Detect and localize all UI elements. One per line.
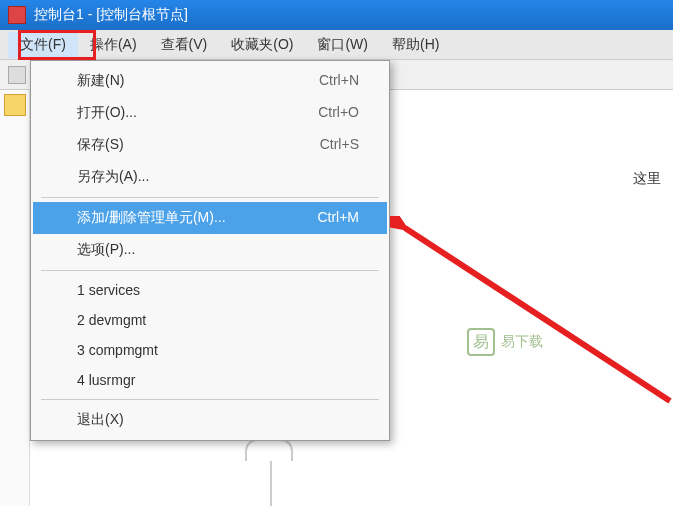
menubar: 文件(F) 操作(A) 查看(V) 收藏夹(O) 窗口(W) 帮助(H) <box>0 30 673 60</box>
watermark: 易 易下载 <box>467 328 543 356</box>
menu-label: 保存(S) <box>77 136 124 154</box>
menu-view[interactable]: 查看(V) <box>149 32 220 58</box>
menu-separator <box>41 270 379 271</box>
menu-item-options[interactable]: 选项(P)... <box>33 234 387 266</box>
menu-item-recent-1[interactable]: 1 services <box>33 275 387 305</box>
menu-item-open[interactable]: 打开(O)... Ctrl+O <box>33 97 387 129</box>
menu-label: 1 services <box>77 282 140 298</box>
menu-item-exit[interactable]: 退出(X) <box>33 404 387 436</box>
menu-shortcut: Ctrl+M <box>317 209 359 227</box>
toolbar-back-icon[interactable] <box>8 66 26 84</box>
menu-label: 4 lusrmgr <box>77 372 135 388</box>
menu-label: 选项(P)... <box>77 241 135 259</box>
watermark-text: 易下载 <box>501 333 543 351</box>
menu-window[interactable]: 窗口(W) <box>305 32 380 58</box>
menu-item-recent-4[interactable]: 4 lusrmgr <box>33 365 387 395</box>
menu-help[interactable]: 帮助(H) <box>380 32 451 58</box>
menu-favorites[interactable]: 收藏夹(O) <box>219 32 305 58</box>
folder-icon[interactable] <box>4 94 26 116</box>
menu-label: 打开(O)... <box>77 104 137 122</box>
menu-item-saveas[interactable]: 另存为(A)... <box>33 161 387 193</box>
menu-action[interactable]: 操作(A) <box>78 32 149 58</box>
menu-item-recent-3[interactable]: 3 compmgmt <box>33 335 387 365</box>
menu-label: 添加/删除管理单元(M)... <box>77 209 226 227</box>
watermark-icon: 易 <box>467 328 495 356</box>
window-title: 控制台1 - [控制台根节点] <box>34 6 188 24</box>
menu-shortcut: Ctrl+O <box>318 104 359 122</box>
menu-label: 3 compmgmt <box>77 342 158 358</box>
menu-item-recent-2[interactable]: 2 devmgmt <box>33 305 387 335</box>
titlebar: 控制台1 - [控制台根节点] <box>0 0 673 30</box>
decoration <box>270 461 272 506</box>
decoration <box>245 439 293 461</box>
menu-label: 另存为(A)... <box>77 168 149 186</box>
partial-text: 这里 <box>633 170 661 188</box>
menu-label: 退出(X) <box>77 411 124 429</box>
menu-shortcut: Ctrl+N <box>319 72 359 90</box>
menu-item-new[interactable]: 新建(N) Ctrl+N <box>33 65 387 97</box>
menu-item-add-remove-snapin[interactable]: 添加/删除管理单元(M)... Ctrl+M <box>33 202 387 234</box>
menu-file[interactable]: 文件(F) <box>8 32 78 58</box>
app-icon <box>8 6 26 24</box>
sidebar <box>0 90 30 506</box>
menu-shortcut: Ctrl+S <box>320 136 359 154</box>
menu-item-save[interactable]: 保存(S) Ctrl+S <box>33 129 387 161</box>
menu-label: 2 devmgmt <box>77 312 146 328</box>
menu-separator <box>41 399 379 400</box>
menu-separator <box>41 197 379 198</box>
menu-label: 新建(N) <box>77 72 124 90</box>
file-dropdown-menu: 新建(N) Ctrl+N 打开(O)... Ctrl+O 保存(S) Ctrl+… <box>30 60 390 441</box>
